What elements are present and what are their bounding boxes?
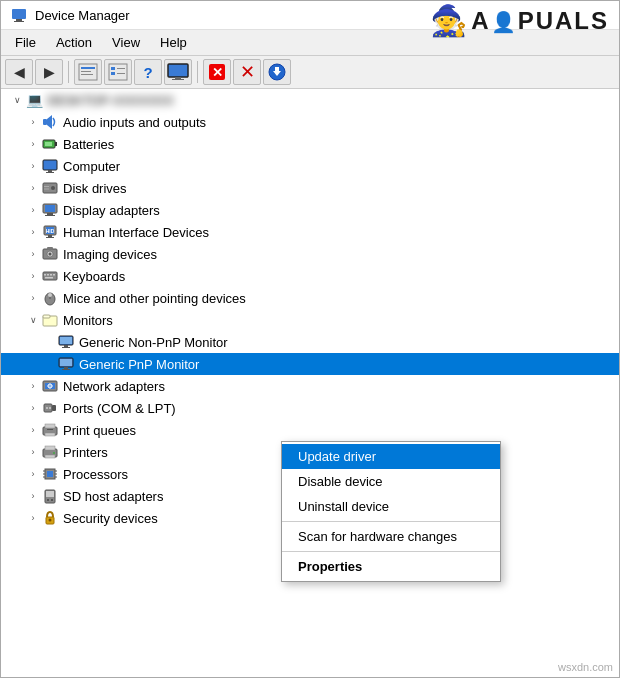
audio-label: Audio inputs and outputs <box>63 115 206 130</box>
mice-expander[interactable]: › <box>25 290 41 306</box>
properties-button[interactable] <box>74 59 102 85</box>
help-button[interactable]: ? <box>134 59 162 85</box>
svg-rect-30 <box>44 186 49 187</box>
root-expander[interactable]: ∨ <box>9 92 25 108</box>
svg-rect-47 <box>47 274 49 276</box>
ctx-update-driver[interactable]: Update driver <box>282 444 500 469</box>
ctx-scan-hardware[interactable]: Scan for hardware changes <box>282 524 500 549</box>
monitors-label: Monitors <box>63 313 113 328</box>
printers-icon <box>41 443 59 461</box>
download-button[interactable] <box>263 59 291 85</box>
sdhost-expander[interactable]: › <box>25 488 41 504</box>
hid-icon: HID <box>41 223 59 241</box>
security-label: Security devices <box>63 511 158 526</box>
remove-button[interactable]: ✕ <box>233 59 261 85</box>
processors-icon <box>41 465 59 483</box>
batteries-expander[interactable]: › <box>25 136 41 152</box>
printq-label: Print queues <box>63 423 136 438</box>
imaging-expander[interactable]: › <box>25 246 41 262</box>
printq-expander[interactable]: › <box>25 422 41 438</box>
appuals-logo: A👤PUALS <box>471 7 609 35</box>
menu-help[interactable]: Help <box>150 32 197 53</box>
monitor-generic-icon <box>57 333 75 351</box>
hid-expander[interactable]: › <box>25 224 41 240</box>
svg-point-72 <box>49 407 51 409</box>
svg-rect-58 <box>64 345 68 347</box>
svg-rect-6 <box>81 74 93 75</box>
sdhost-label: SD host adapters <box>63 489 163 504</box>
tree-item-keyboards[interactable]: › Keyboards <box>1 265 619 287</box>
ctx-uninstall-device[interactable]: Uninstall device <box>282 494 500 519</box>
svg-point-94 <box>49 519 52 522</box>
list-button[interactable] <box>104 59 132 85</box>
toolbar-separator-2 <box>197 61 198 83</box>
monitor-pnp-label: Generic PnP Monitor <box>79 357 199 372</box>
svg-text:✕: ✕ <box>212 65 223 80</box>
svg-point-29 <box>51 186 56 191</box>
tree-item-display[interactable]: › Display adapters <box>1 199 619 221</box>
disk-expander[interactable]: › <box>25 180 41 196</box>
svg-marker-21 <box>47 115 52 129</box>
svg-rect-44 <box>47 247 53 250</box>
computer-label: Computer <box>63 159 120 174</box>
device-manager-window: Device Manager 🧙 A👤PUALS File Action Vie… <box>0 0 620 678</box>
tree-item-ports[interactable]: › Ports (COM & LPT) <box>1 397 619 419</box>
tree-item-mice[interactable]: › Mice and other pointing devices <box>1 287 619 309</box>
window-title: Device Manager <box>35 8 130 23</box>
scan-button[interactable]: ✕ <box>203 59 231 85</box>
back-button[interactable]: ◀ <box>5 59 33 85</box>
tree-item-monitor-pnp[interactable]: › Generic PnP Monitor <box>1 353 619 375</box>
svg-rect-48 <box>50 274 52 276</box>
menu-view[interactable]: View <box>102 32 150 53</box>
display-icon <box>41 201 59 219</box>
ctx-disable-device[interactable]: Disable device <box>282 469 500 494</box>
audio-expander[interactable]: › <box>25 114 41 130</box>
svg-rect-34 <box>47 213 53 215</box>
tree-item-batteries[interactable]: › Batteries <box>1 133 619 155</box>
tree-item-network[interactable]: › Network adapters <box>1 375 619 397</box>
svg-point-53 <box>48 293 52 297</box>
tree-item-computer[interactable]: › Computer <box>1 155 619 177</box>
ctx-properties[interactable]: Properties <box>282 554 500 579</box>
display-button[interactable] <box>164 59 192 85</box>
monitors-expander[interactable]: ∨ <box>25 312 41 328</box>
menu-file[interactable]: File <box>5 32 46 53</box>
svg-rect-13 <box>175 77 181 79</box>
disk-icon <box>41 179 59 197</box>
processors-label: Processors <box>63 467 128 482</box>
tree-item-audio[interactable]: › Audio inputs and outputs <box>1 111 619 133</box>
menu-action[interactable]: Action <box>46 32 102 53</box>
tree-item-imaging[interactable]: › Imaging devices <box>1 243 619 265</box>
display-label: Display adapters <box>63 203 160 218</box>
network-expander[interactable]: › <box>25 378 41 394</box>
svg-rect-50 <box>45 277 53 279</box>
processors-expander[interactable]: › <box>25 466 41 482</box>
display-expander[interactable]: › <box>25 202 41 218</box>
tree-item-monitor-generic[interactable]: › Generic Non-PnP Monitor <box>1 331 619 353</box>
tree-item-disk[interactable]: › Disk drives <box>1 177 619 199</box>
tree-item-hid[interactable]: › HID Human Interface Devices <box>1 221 619 243</box>
svg-rect-5 <box>81 71 91 72</box>
computer-expander[interactable]: › <box>25 158 41 174</box>
ports-expander[interactable]: › <box>25 400 41 416</box>
device-tree[interactable]: ∨ 💻 DESKTOP-XXXXXXX › Audio inputs and o… <box>1 89 619 677</box>
svg-rect-45 <box>43 272 57 280</box>
svg-rect-63 <box>62 369 70 370</box>
svg-rect-14 <box>172 79 184 80</box>
svg-rect-70 <box>52 405 56 411</box>
tree-item-printq[interactable]: › Print queues <box>1 419 619 441</box>
tree-item-monitors[interactable]: ∨ Monitors <box>1 309 619 331</box>
printers-expander[interactable]: › <box>25 444 41 460</box>
keyboards-expander[interactable]: › <box>25 268 41 284</box>
svg-rect-57 <box>60 337 72 344</box>
mice-label: Mice and other pointing devices <box>63 291 246 306</box>
tree-root[interactable]: ∨ 💻 DESKTOP-XXXXXXX <box>1 89 619 111</box>
svg-rect-76 <box>47 429 53 430</box>
svg-rect-46 <box>44 274 46 276</box>
forward-button[interactable]: ▶ <box>35 59 63 85</box>
security-expander[interactable]: › <box>25 510 41 526</box>
svg-rect-82 <box>47 471 53 477</box>
svg-rect-91 <box>47 499 49 501</box>
svg-rect-26 <box>48 170 52 172</box>
computer-device-icon <box>41 157 59 175</box>
